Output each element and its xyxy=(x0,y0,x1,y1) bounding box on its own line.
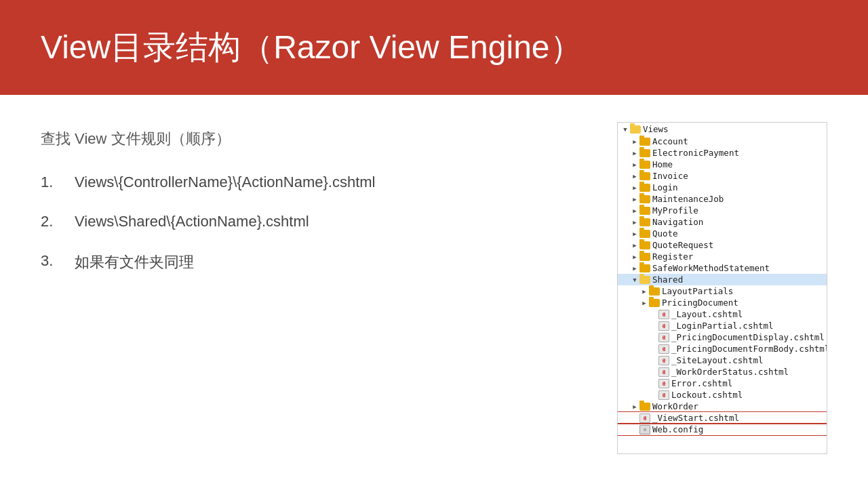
rule-number: 3. xyxy=(41,252,75,270)
tree-item-label: Login xyxy=(652,182,678,192)
folder-arrow: ▶ xyxy=(630,184,639,191)
tree-item[interactable]: ▶Home xyxy=(618,159,827,170)
folder-icon xyxy=(639,264,650,272)
tree-root-label: Views xyxy=(643,124,669,134)
tree-item[interactable]: ▶ElectronicPayment xyxy=(618,147,827,159)
tree-item-label: PricingDocument xyxy=(662,298,738,308)
tree-item-label: Error.cshtml xyxy=(671,378,732,388)
file-icon: @ xyxy=(658,390,669,400)
folder-arrow: ▶ xyxy=(630,150,639,157)
folder-arrow: ▶ xyxy=(639,288,649,295)
tree-item[interactable]: ▶Register xyxy=(618,251,827,262)
tree-item[interactable]: ▶Account xyxy=(618,136,827,147)
tree-item-label: Account xyxy=(652,136,688,146)
tree-item-label: _LoginPartial.cshtml xyxy=(671,321,774,331)
folder-icon xyxy=(639,195,650,203)
tree-item[interactable]: ▼Shared xyxy=(618,274,827,285)
folder-icon xyxy=(630,125,641,134)
header: View目录结构（Razor View Engine） xyxy=(0,0,868,95)
folder-arrow: ▶ xyxy=(630,230,639,237)
tree-item[interactable]: @_PricingDocumentFormBody.cshtml xyxy=(618,343,827,354)
tree-item-label: _ViewStart.cshtml xyxy=(652,413,739,423)
folder-arrow: ▶ xyxy=(630,207,639,214)
tree-item[interactable]: ▶Invoice xyxy=(618,170,827,182)
tree-item[interactable]: ▶LayoutPartials xyxy=(618,285,827,297)
tree-item-label: QuoteRequest xyxy=(652,240,713,250)
folder-icon xyxy=(639,230,650,238)
folder-arrow: ▶ xyxy=(630,242,639,249)
folder-icon xyxy=(639,253,650,261)
tree-item-label: Shared xyxy=(652,274,683,285)
rule-list: 1. Views\{ControllerName}\{ActionName}.c… xyxy=(41,174,590,272)
tree-item[interactable]: ▶PricingDocument xyxy=(618,297,827,308)
tree-item-label: Web.config xyxy=(652,424,703,434)
folder-icon xyxy=(639,207,650,215)
rule-number: 1. xyxy=(41,174,75,191)
folder-arrow: ▶ xyxy=(630,161,639,168)
tree-item[interactable]: ▶WorkOrder xyxy=(618,401,827,412)
folder-icon xyxy=(639,172,650,180)
tree-item[interactable]: ▶Quote xyxy=(618,228,827,239)
tree-item-label: _PricingDocumentDisplay.cshtml xyxy=(671,332,825,342)
folder-icon xyxy=(639,218,650,226)
folder-icon xyxy=(639,276,650,284)
file-icon: @ xyxy=(658,333,669,342)
folder-arrow: ▶ xyxy=(630,196,639,203)
tree-item[interactable]: ▶QuoteRequest xyxy=(618,239,827,251)
tree-item-label: Invoice xyxy=(652,171,688,181)
tree-item[interactable]: @_LoginPartial.cshtml xyxy=(618,320,827,331)
collapse-arrow: ▼ xyxy=(620,126,630,133)
rule-text: Views\{ControllerName}\{ActionName}.csht… xyxy=(75,174,375,191)
file-icon: @ xyxy=(658,379,669,388)
file-icon: @ xyxy=(658,367,669,377)
tree-item[interactable]: @_SiteLayout.cshtml xyxy=(618,354,827,366)
tree-item[interactable]: ▶MaintenanceJob xyxy=(618,193,827,205)
folder-icon xyxy=(649,299,660,307)
tree-item-label: MyProfile xyxy=(652,205,698,216)
file-icon: @ xyxy=(658,344,669,354)
folder-arrow: ▶ xyxy=(639,300,649,306)
tree-item[interactable]: ▶Login xyxy=(618,182,827,193)
tree-item[interactable]: @_ViewStart.cshtml xyxy=(618,412,827,424)
folder-icon xyxy=(649,287,660,296)
rule-item: 2. Views\Shared\{ActionName}.cshtml xyxy=(41,213,590,230)
file-icon: @ xyxy=(658,356,669,365)
folder-icon xyxy=(639,149,650,157)
folder-arrow: ▶ xyxy=(630,219,639,226)
folder-arrow: ▶ xyxy=(630,265,639,272)
folder-arrow: ▶ xyxy=(630,253,639,260)
folder-arrow: ▶ xyxy=(630,403,639,410)
tree-item-label: ElectronicPayment xyxy=(652,148,739,158)
rule-text: Views\Shared\{ActionName}.cshtml xyxy=(75,213,309,230)
rule-number: 2. xyxy=(41,213,75,230)
tree-item-label: Lockout.cshtml xyxy=(671,390,743,400)
tree-item-label: Home xyxy=(652,159,673,169)
file-tree[interactable]: ▼ Views ▶Account▶ElectronicPayment▶Home▶… xyxy=(617,122,827,454)
file-icon: @ xyxy=(658,321,669,331)
tree-item-label: _PricingDocumentFormBody.cshtml xyxy=(671,344,827,354)
tree-item-label: MaintenanceJob xyxy=(652,194,724,204)
rule-item: 1. Views\{ControllerName}\{ActionName}.c… xyxy=(41,174,590,191)
tree-item[interactable]: @Error.cshtml xyxy=(618,378,827,389)
tree-item[interactable]: @_Layout.cshtml xyxy=(618,308,827,320)
tree-item[interactable]: ▶Navigation xyxy=(618,216,827,228)
folder-arrow: ▶ xyxy=(630,138,639,145)
file-icon: ⚙ xyxy=(639,425,650,434)
page-title: View目录结构（Razor View Engine） xyxy=(41,26,583,69)
folder-icon xyxy=(639,241,650,249)
tree-item[interactable]: ⚙Web.config xyxy=(618,424,827,435)
tree-item-label: _SiteLayout.cshtml xyxy=(671,355,763,365)
folder-icon xyxy=(639,138,650,146)
tree-item[interactable]: @Lockout.cshtml xyxy=(618,389,827,401)
tree-root[interactable]: ▼ Views xyxy=(618,123,827,136)
tree-item-label: WorkOrder xyxy=(652,401,698,411)
tree-item[interactable]: ▶MyProfile xyxy=(618,205,827,216)
tree-item-label: Quote xyxy=(652,228,678,239)
file-icon: @ xyxy=(658,310,669,319)
subtitle: 查找 View 文件规则（顺序） xyxy=(41,129,590,149)
folder-icon xyxy=(639,403,650,411)
tree-item-label: LayoutPartials xyxy=(662,286,733,296)
tree-item[interactable]: ▶SafeWorkMethodStatement xyxy=(618,262,827,274)
tree-item[interactable]: @_WorkOrderStatus.cshtml xyxy=(618,366,827,378)
tree-item[interactable]: @_PricingDocumentDisplay.cshtml xyxy=(618,331,827,343)
